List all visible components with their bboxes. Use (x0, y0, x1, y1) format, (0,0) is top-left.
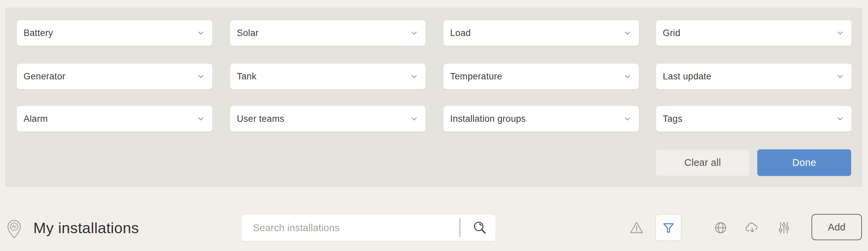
chevron-down-icon (623, 114, 632, 124)
chevron-down-icon (409, 72, 419, 81)
chevron-down-icon (623, 28, 632, 38)
globe-icon (713, 220, 728, 236)
chevron-down-icon (835, 72, 845, 81)
chevron-down-icon (196, 114, 206, 124)
search-divider (460, 218, 460, 237)
clear-all-label: Clear all (684, 157, 721, 168)
warning-triangle-icon (629, 220, 644, 236)
filter-dropdown-label: Grid (663, 28, 680, 38)
filter-dropdown-label: Tags (663, 114, 682, 124)
filter-dropdown-tags[interactable]: Tags (656, 106, 851, 131)
chevron-down-icon (196, 28, 206, 38)
chevron-down-icon (835, 28, 845, 38)
filter-dropdown-generator[interactable]: Generator (17, 64, 212, 89)
add-label: Add (828, 222, 846, 233)
filter-dropdown-label: Alarm (24, 114, 48, 124)
filter-dropdown-grid[interactable]: Grid (656, 20, 851, 46)
filter-funnel-icon (661, 220, 676, 235)
download-report-button[interactable] (744, 220, 760, 236)
filter-dropdown-label: Tank (237, 71, 256, 82)
filter-dropdown-alarm[interactable]: Alarm (17, 106, 212, 131)
alarm-warning-button[interactable] (628, 220, 645, 236)
clear-all-button[interactable]: Clear all (656, 149, 750, 176)
filter-dropdown-load[interactable]: Load (443, 20, 639, 46)
search-input[interactable] (242, 215, 459, 241)
done-label: Done (792, 157, 816, 168)
filter-dropdown-solar[interactable]: Solar (230, 20, 426, 46)
sliders-icon (776, 220, 792, 236)
filter-dropdown-label: Generator (24, 71, 65, 82)
filter-panel: Battery Solar Load Grid Generator Tank T… (5, 8, 862, 187)
filter-dropdown-last-update[interactable]: Last update (656, 64, 851, 89)
filter-dropdown-label: Solar (237, 28, 259, 38)
search-installations-box (242, 215, 496, 241)
filter-toggle-button[interactable] (655, 214, 681, 241)
add-installation-button[interactable]: Add (811, 214, 862, 240)
chevron-down-icon (196, 72, 206, 81)
filter-dropdown-label: User teams (237, 114, 284, 124)
search-icon (472, 220, 488, 236)
chevron-down-icon (623, 72, 632, 81)
chevron-down-icon (835, 114, 845, 124)
filter-dropdown-label: Battery (24, 28, 53, 38)
filter-dropdown-user-teams[interactable]: User teams (230, 106, 426, 131)
map-view-button[interactable] (713, 220, 729, 236)
filter-dropdown-label: Load (450, 28, 471, 38)
done-button[interactable]: Done (757, 149, 851, 176)
location-pin-logo-icon (6, 219, 22, 240)
chevron-down-icon (409, 114, 419, 124)
filter-dropdown-installation-groups[interactable]: Installation groups (443, 106, 639, 131)
chevron-down-icon (409, 28, 419, 38)
filter-dropdown-tank[interactable]: Tank (230, 64, 426, 89)
filter-dropdown-label: Installation groups (450, 114, 526, 124)
filter-dropdown-battery[interactable]: Battery (17, 20, 212, 46)
filter-dropdown-temperature[interactable]: Temperature (443, 64, 639, 89)
filter-dropdown-label: Last update (663, 71, 711, 82)
column-settings-button[interactable] (776, 220, 792, 236)
filter-dropdown-label: Temperature (450, 71, 502, 82)
page-title: My installations (33, 219, 139, 238)
search-button[interactable] (464, 215, 496, 241)
vrm-installations-screen: Battery Solar Load Grid Generator Tank T… (0, 0, 868, 251)
cloud-download-icon (745, 220, 760, 236)
